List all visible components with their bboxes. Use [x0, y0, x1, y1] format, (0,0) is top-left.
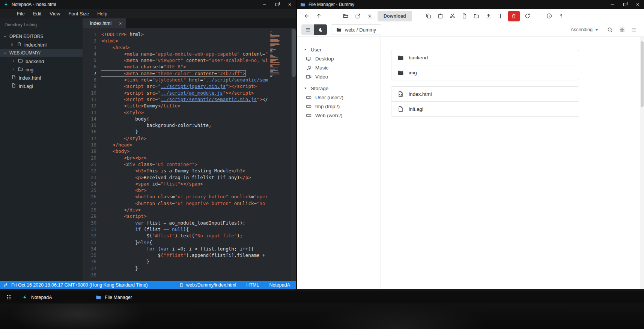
filemanager-minimize-button[interactable]: [606, 0, 618, 9]
tree-item-index-html[interactable]: index.html: [0, 74, 83, 82]
grid-view-button[interactable]: [616, 24, 627, 35]
up-button[interactable]: [313, 11, 324, 21]
file-row-init-agi[interactable]: init.agi: [391, 101, 579, 117]
taskbar-item-notepada[interactable]: NotepadA: [17, 291, 90, 303]
code-line-29[interactable]: <script>: [101, 213, 269, 219]
list-view-button[interactable]: [628, 24, 639, 35]
tree-item-img[interactable]: img: [0, 65, 83, 74]
tree-item-index-html[interactable]: ×index.html: [0, 41, 83, 49]
code-line-36[interactable]: }: [101, 258, 269, 265]
cut-button[interactable]: [447, 11, 458, 21]
notepada-close-button[interactable]: ×: [283, 0, 296, 9]
code-line-22[interactable]: <h3>This is a Dummy Testing Module</h3>: [101, 168, 269, 174]
code-line-11[interactable]: <script src="../script/semantic/semantic…: [101, 96, 269, 103]
paste-button[interactable]: [435, 11, 446, 21]
open-button[interactable]: [340, 11, 351, 21]
code-line-31[interactable]: if (flist == null){: [101, 226, 269, 232]
code-line-16[interactable]: }: [101, 128, 269, 135]
code-line-1[interactable]: <!DOCTYPE html>: [101, 31, 269, 38]
filemanager-maximize-button[interactable]: [618, 0, 631, 9]
menu-help[interactable]: Help: [93, 9, 111, 18]
help-button[interactable]: [556, 11, 567, 21]
code-line-2[interactable]: <html>: [101, 38, 269, 44]
code-line-5[interactable]: <meta name="viewport" content="user-scal…: [101, 57, 269, 63]
sort-order-select[interactable]: Ascending: [571, 27, 598, 32]
code-line-26[interactable]: <button class="ui primary button" onclic…: [101, 193, 269, 200]
code-line-13[interactable]: <style>: [101, 109, 269, 116]
code-line-32[interactable]: $("#flist").text("No input file");: [101, 232, 269, 239]
notepada-maximize-button[interactable]: [271, 0, 283, 9]
statusbar-filepath[interactable]: web:/Dummy/index.html: [186, 282, 236, 288]
menu-edit[interactable]: Edit: [29, 9, 45, 18]
properties-button[interactable]: [544, 11, 555, 21]
search-button[interactable]: [604, 24, 615, 35]
code-line-37[interactable]: }: [101, 265, 269, 272]
code-line-17[interactable]: </style>: [101, 135, 269, 142]
sidebar-item-user-user[interactable]: User (user:/): [303, 93, 381, 102]
app-launcher-button[interactable]: [2, 291, 17, 303]
tree-section-open-editors[interactable]: OPEN EDITORS: [0, 32, 83, 41]
code-line-18[interactable]: </head>: [101, 142, 269, 148]
editor-scrollbar[interactable]: [291, 28, 296, 281]
code-line-35[interactable]: $("#flist").append(flist[i].filename +: [101, 252, 269, 258]
code-line-7[interactable]: <meta name="theme-color" content="#4b75f…: [101, 70, 269, 77]
fm-section-storage[interactable]: Storage: [303, 84, 381, 93]
code-line-19[interactable]: <body>: [101, 148, 269, 154]
code-line-9[interactable]: <script src="../script/jquery.min.js"></…: [101, 83, 269, 89]
tree-item-backend[interactable]: backend: [0, 57, 83, 65]
code-content[interactable]: <!DOCTYPE html><html> <head> <meta name=…: [101, 31, 269, 281]
tree-item-init-agi[interactable]: init.agi: [0, 82, 83, 90]
code-line-28[interactable]: </div>: [101, 207, 269, 213]
code-line-33[interactable]: }else{: [101, 239, 269, 246]
open-in-new-button[interactable]: [352, 11, 363, 21]
sidebar-item-tmp-tmp[interactable]: tmp (tmp:/): [303, 102, 381, 111]
breadcrumb[interactable]: web: / Dummy: [331, 24, 381, 35]
code-line-3[interactable]: <head>: [101, 44, 269, 51]
dark-mode-toggle[interactable]: [314, 24, 327, 35]
menu-view[interactable]: View: [45, 9, 64, 18]
close-file-icon[interactable]: ×: [10, 42, 14, 47]
download-button[interactable]: Download: [378, 11, 412, 21]
file-row-index-html[interactable]: index.html: [391, 86, 579, 102]
sidebar-item-music[interactable]: Music: [303, 63, 381, 72]
rename-button[interactable]: [495, 11, 506, 21]
code-line-6[interactable]: <meta charset="UTF-8">: [101, 63, 269, 70]
menu-font-size[interactable]: Font Size: [64, 9, 93, 18]
code-line-14[interactable]: body{: [101, 116, 269, 122]
file-row-backend[interactable]: backend: [391, 50, 579, 65]
notepada-minimize-button[interactable]: [258, 0, 271, 9]
back-button[interactable]: [301, 11, 312, 21]
code-line-34[interactable]: for (var i =0; i < flist.length; i++){: [101, 246, 269, 252]
new-file-button[interactable]: [459, 11, 470, 21]
code-line-25[interactable]: <br>: [101, 187, 269, 193]
sidebar-item-web-web[interactable]: Web (web:/): [303, 111, 381, 120]
code-line-12[interactable]: <title>Dummy</title>: [101, 103, 269, 109]
fm-section-user[interactable]: User: [303, 45, 381, 54]
sidebar-item-desktop[interactable]: Desktop: [303, 54, 381, 63]
download-file-button[interactable]: [364, 11, 375, 21]
file-row-img[interactable]: img: [391, 65, 579, 80]
tab-close-icon[interactable]: ×: [119, 21, 122, 26]
code-line-23[interactable]: <p>Received drag-in filelist (if any)</p…: [101, 174, 269, 181]
code-line-10[interactable]: <script src="../script/ao_module.js"></s…: [101, 90, 269, 96]
statusbar-language[interactable]: HTML: [246, 282, 259, 288]
editor-minimap[interactable]: [270, 32, 290, 78]
code-line-30[interactable]: var flist = ao_module_loadInputFiles();: [101, 220, 269, 226]
filemanager-scrollbar[interactable]: [640, 37, 644, 289]
sidebar-item-video[interactable]: Video: [303, 72, 381, 81]
copy-button[interactable]: [423, 11, 434, 21]
refresh-button[interactable]: [522, 11, 533, 21]
code-line-24[interactable]: <span id="flist"></span>: [101, 181, 269, 187]
tree-section-web-dummy-[interactable]: WEB:/DUMMY/: [0, 49, 83, 57]
menu-button[interactable]: [301, 24, 314, 35]
filemanager-close-button[interactable]: ×: [631, 0, 644, 9]
tab-index-html[interactable]: index.html ×: [83, 18, 126, 28]
delete-button[interactable]: [508, 11, 520, 21]
code-line-4[interactable]: <meta name="apple-mobile-web-app-capable…: [101, 51, 269, 57]
code-line-20[interactable]: <br><br>: [101, 155, 269, 161]
code-editor[interactable]: 1234567891011121314151617181920212223242…: [83, 28, 296, 281]
new-folder-button[interactable]: [471, 11, 482, 21]
filemanager-scrollbar-thumb[interactable]: [641, 41, 644, 107]
code-line-8[interactable]: <link rel="stylesheet" href="../script/s…: [101, 77, 269, 83]
menu-file[interactable]: File: [13, 9, 29, 18]
